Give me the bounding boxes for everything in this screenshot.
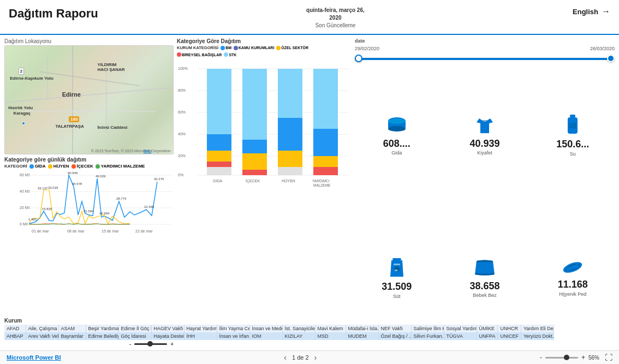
legend-yardimci: YARDIMCI MALZEME [96, 164, 145, 169]
zoom-plus-icon[interactable]: + [581, 354, 585, 361]
bireysel-label: BİREYSEL BAĞIŞLAR [182, 53, 222, 57]
sut-icon: m [388, 257, 406, 281]
hijyenik-ped-icon [562, 259, 584, 278]
zoom-minus-icon[interactable]: - [540, 354, 542, 361]
yardimci-label: YARDIMCI MALZEME [101, 164, 145, 169]
slider-left-thumb[interactable] [355, 55, 362, 62]
language-button[interactable]: English → [573, 7, 610, 16]
page-navigation: ‹ 1 de 2 › [283, 353, 318, 362]
date-label: date [355, 38, 615, 44]
zoom-slider[interactable] [545, 357, 578, 359]
map-neighborhood3: TALATRPAŞA [55, 124, 84, 129]
kurum-slider[interactable] [134, 343, 167, 345]
main-content: Dağıtım Lokasyonu Edirne YILDIRIMHACI Ş [0, 35, 619, 350]
kurum-cell[interactable]: Göç İdaresi [118, 332, 151, 340]
gida-value: 608.... [383, 139, 410, 150]
legend-gida: GİDA [29, 164, 46, 169]
legend-label: KATEGORİ [4, 164, 27, 169]
map-neighborhood1: YILDIRIMHACI ŞANAR [97, 62, 124, 72]
update-label: Son Güncelleme [306, 22, 365, 29]
stk-legend: STK [224, 52, 236, 57]
kurum-cell[interactable]: Beşir Yardıma... [86, 325, 118, 332]
gida-dot [29, 164, 34, 169]
line-chart-section: Kategoriye göre günlük dağıtım KATEGORİ … [4, 157, 174, 315]
svg-text:60%: 60% [178, 110, 186, 114]
powerbi-brand[interactable]: Microsoft Power BI [7, 354, 61, 361]
kurum-cell[interactable]: Edirne İl Göç İ... [118, 325, 151, 332]
svg-rect-43 [242, 153, 267, 170]
date-line2: 2020 [306, 14, 365, 22]
page-title: Dağıtım Raporu [9, 7, 98, 21]
date-end: 26/03/2020 [590, 46, 615, 51]
header-date: quinta-feira, março 26, 2020 Son Güncell… [306, 7, 365, 29]
line-chart-title: Kategoriye göre günlük dağıtım [4, 157, 174, 163]
slider-right-thumb[interactable] [607, 55, 615, 62]
svg-text:35.578: 35.578 [72, 182, 82, 186]
svg-text:İÇECEK: İÇECEK [246, 178, 260, 183]
zoom-level: 56% [588, 355, 599, 361]
kurum-cell[interactable]: Arev Vakfı Veh... [26, 332, 58, 340]
svg-text:33.018: 33.018 [48, 186, 58, 189]
svg-text:HİJYEN: HİJYEN [282, 178, 295, 183]
kurum-cell[interactable]: AHBAP [4, 332, 26, 340]
map-background: Edirne YILDIRIMHACI ŞANAR Karagaç TALATR… [5, 46, 173, 154]
date-slider-track-wrapper[interactable] [355, 55, 615, 63]
plus-icon[interactable]: + [170, 341, 174, 347]
page-indicator: 1 de 2 [292, 354, 309, 361]
header: Dağıtım Raporu quinta-feira, março 26, 2… [0, 0, 619, 35]
kurum-cell[interactable]: Edirne Belediy... [86, 332, 118, 340]
date-line1: quinta-feira, março 26, [306, 7, 365, 14]
kurum-label: Kurum [4, 318, 174, 324]
fullscreen-icon[interactable]: ⛶ [605, 353, 612, 362]
svg-text:32.270: 32.270 [154, 177, 164, 181]
svg-text:GIDA: GIDA [213, 179, 222, 183]
kurum-cell[interactable]: ASAM [58, 325, 86, 332]
svg-text:15 de mar: 15 de mar [102, 229, 119, 233]
svg-text:28.774: 28.774 [116, 197, 127, 200]
svg-rect-49 [313, 69, 338, 129]
left-column: Dağıtım Lokasyonu Edirne YILDIRIMHACI Ş [4, 38, 174, 347]
icecek-dot [72, 164, 76, 169]
svg-rect-47 [278, 151, 302, 167]
kurum-cell[interactable]: Bayramlar [58, 332, 86, 340]
map-label: Dağıtım Lokasyonu [4, 38, 174, 44]
svg-rect-38 [207, 151, 231, 162]
svg-rect-37 [207, 134, 231, 151]
ozel-dot [276, 46, 281, 50]
kurum-controls: - + [4, 341, 174, 347]
map-container: Edirne YILDIRIMHACI ŞANAR Karagaç TALATR… [4, 45, 174, 154]
prev-page-button[interactable]: ‹ [283, 353, 288, 362]
map-link[interactable]: Bing [144, 149, 151, 153]
svg-rect-63 [570, 115, 575, 117]
date-slider-section: date 29/02/2020 26/03/2020 [355, 38, 615, 64]
svg-text:1.480: 1.480 [28, 218, 37, 221]
svg-rect-67 [394, 264, 400, 265]
map-dot1 [22, 122, 25, 125]
kurum-cell[interactable]: Aile, Çalışma v... [26, 325, 58, 332]
svg-text:31.584: 31.584 [84, 210, 94, 213]
next-page-button[interactable]: › [313, 353, 318, 362]
svg-rect-48 [278, 167, 302, 175]
bireysel-legend: BİREYSEL BAĞIŞLAR [177, 52, 222, 57]
zoom-thumb[interactable] [564, 355, 569, 360]
stat-kiyafet: 40.939 Kiyafet [443, 67, 526, 205]
map-num2: 180 [69, 116, 79, 122]
sut-value: 31.509 [382, 282, 412, 293]
hijyenik-ped-stat-label: Hijyenik Ped [559, 291, 586, 297]
bar-chart-section: Kategoriye Göre Dağıtım KURUM KATEGORİSİ… [177, 38, 352, 172]
svg-text:42.994: 42.994 [99, 212, 110, 215]
svg-rect-44 [242, 170, 267, 175]
bar-chart-wrapper: 100% 80% 60% 40% 20% 0% [177, 58, 352, 172]
svg-text:80%: 80% [178, 88, 186, 92]
line-chart-legend: KATEGORİ GİDA HİJYEN İÇECEK YARDIMCI MAL… [4, 164, 174, 169]
svg-rect-50 [313, 129, 338, 156]
svg-rect-42 [242, 140, 267, 153]
line-chart-wrapper: 60 Mil 40 Mil 20 Mil 0 Mil 01 de mar 08 … [4, 170, 174, 246]
svg-rect-41 [242, 69, 267, 140]
kurum-cell[interactable]: AFAD [4, 325, 26, 332]
slider-thumb[interactable] [147, 341, 153, 347]
kurum-section: Kurum AFAD Aile, Çalışma v... ASAM Beşir… [4, 318, 174, 347]
stk-label: STK [229, 53, 236, 57]
hijyen-dot [48, 164, 52, 169]
minus-icon[interactable]: - [129, 341, 131, 347]
